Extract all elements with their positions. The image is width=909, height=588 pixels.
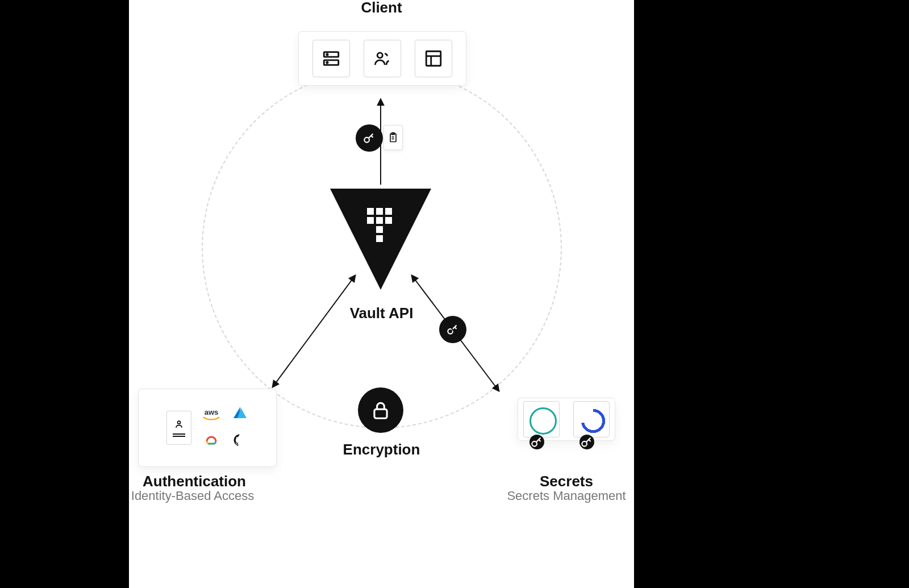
identity-icon	[166, 411, 191, 445]
vault-triangle-icon	[330, 189, 431, 290]
svg-point-14	[532, 441, 537, 447]
users-icon	[364, 40, 401, 77]
layout-icon	[415, 40, 452, 77]
svg-point-3	[327, 62, 328, 63]
secrets-key-ring-blue	[573, 401, 610, 437]
authentication-card: aws	[138, 389, 277, 467]
client-card	[298, 31, 466, 86]
aws-icon: aws	[203, 408, 220, 421]
svg-rect-5	[426, 51, 441, 66]
secrets-title: Secrets	[453, 473, 634, 490]
github-icon	[233, 434, 246, 449]
secrets-key-ring-teal	[523, 401, 560, 437]
key-badge	[356, 124, 383, 152]
svg-point-8	[364, 137, 369, 143]
vault-api-label: Vault API	[129, 305, 634, 322]
azure-icon	[232, 407, 247, 422]
google-cloud-icon	[205, 433, 218, 449]
svg-point-15	[582, 441, 587, 447]
svg-point-11	[448, 329, 453, 334]
svg-point-4	[377, 53, 382, 58]
svg-point-13	[178, 421, 181, 424]
key-badge-right	[439, 316, 466, 343]
vault-logo-dots	[367, 208, 392, 242]
clipboard-icon	[383, 125, 403, 150]
encryption-lock-badge	[358, 387, 403, 433]
secrets-subtitle: Secrets Management	[436, 489, 634, 503]
client-title: Client	[129, 0, 634, 16]
authentication-title: Authentication	[129, 473, 308, 490]
secrets-card	[518, 398, 615, 441]
server-icon	[312, 40, 350, 77]
svg-rect-12	[374, 409, 387, 418]
authentication-subtitle: Identity-Based Access	[129, 489, 323, 503]
svg-point-2	[327, 54, 328, 55]
